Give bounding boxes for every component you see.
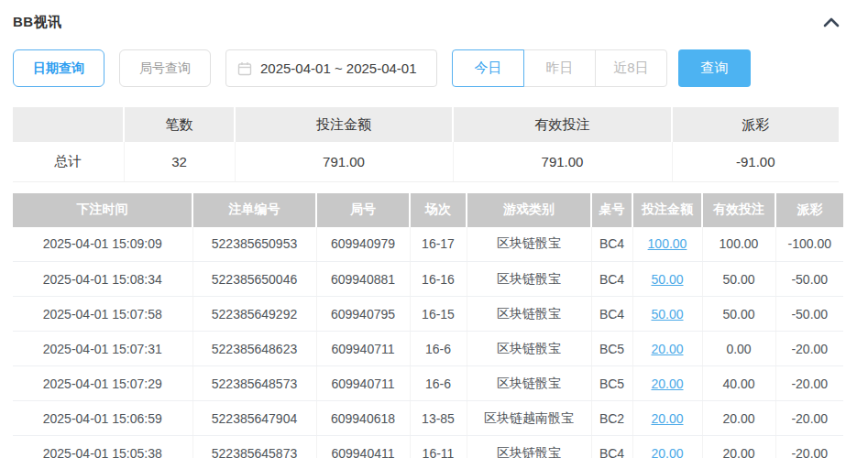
bet-amount-link[interactable]: 20.00 [651, 411, 683, 426]
chevron-up-icon [822, 16, 841, 28]
cell-payout: -20.00 [775, 401, 843, 436]
table-row: 2025-04-01 15:09:09522385650953609940979… [13, 227, 843, 262]
report-panel: BB视讯 日期查询 局号查询 2025-04-01 ~ 2025-04-01 今… [0, 0, 868, 458]
summary-header-count: 笔数 [124, 107, 235, 142]
cell-bet-number: 522385650953 [192, 227, 316, 262]
table-row: 2025-04-01 15:07:58522385649292609940795… [13, 297, 843, 332]
bet-amount-link[interactable]: 20.00 [651, 376, 683, 391]
cell-game-type: 区块链越南骰宝 [467, 401, 591, 436]
cell-session: 16-15 [410, 297, 467, 332]
summary-total-valid-bet: 791.00 [453, 142, 672, 181]
cell-table-number: BC4 [591, 262, 632, 297]
cell-valid-bet: 20.00 [702, 436, 775, 458]
summary-header-blank [13, 107, 124, 142]
cell-valid-bet: 50.00 [702, 297, 775, 332]
cell-round-number: 609940795 [316, 297, 410, 332]
summary-table: 笔数 投注金额 有效投注 派彩 总计 32 791.00 791.00 -91.… [13, 107, 839, 182]
cell-table-number: BC4 [591, 227, 632, 262]
calendar-icon [237, 61, 252, 76]
bet-amount-link[interactable]: 100.00 [648, 236, 687, 251]
cell-bet-time: 2025-04-01 15:06:59 [13, 401, 192, 436]
summary-total-row: 总计 32 791.00 791.00 -91.00 [13, 142, 839, 181]
quick-range-last8days[interactable]: 近8日 [595, 49, 667, 87]
cell-bet-number: 522385647904 [192, 401, 316, 436]
column-header-bet-amount: 投注金额 [632, 193, 702, 227]
table-row: 2025-04-01 15:06:59522385647904609940618… [13, 401, 843, 436]
cell-game-type: 区块链骰宝 [467, 332, 591, 366]
quick-range-group: 今日 昨日 近8日 [452, 49, 667, 87]
column-header-bet-number: 注单编号 [192, 193, 316, 227]
cell-bet-number: 522385645873 [192, 436, 316, 458]
cell-table-number: BC5 [591, 366, 632, 401]
cell-payout: -100.00 [775, 227, 843, 262]
cell-round-number: 609940881 [316, 262, 410, 297]
cell-bet-time: 2025-04-01 15:09:09 [13, 227, 192, 262]
cell-session: 13-85 [410, 401, 467, 436]
page-title: BB视讯 [13, 14, 62, 31]
cell-table-number: BC5 [591, 332, 632, 366]
cell-round-number: 609940711 [316, 366, 410, 401]
cell-payout: -20.00 [775, 332, 843, 366]
cell-valid-bet: 40.00 [702, 366, 775, 401]
summary-total-label: 总计 [13, 142, 124, 181]
cell-payout: -20.00 [775, 436, 843, 458]
column-header-game-type: 游戏类别 [467, 193, 591, 227]
cell-table-number: BC4 [591, 436, 632, 458]
cell-table-number: BC2 [591, 401, 632, 436]
summary-total-count: 32 [124, 142, 235, 181]
cell-game-type: 区块链骰宝 [467, 262, 591, 297]
cell-payout: -50.00 [775, 297, 843, 332]
cell-bet-time: 2025-04-01 15:07:29 [13, 366, 192, 401]
cell-bet-number: 522385649292 [192, 297, 316, 332]
column-header-session: 场次 [410, 193, 467, 227]
summary-header-valid-bet: 有效投注 [453, 107, 672, 142]
bet-amount-link[interactable]: 20.00 [651, 342, 683, 356]
bet-amount-link[interactable]: 50.00 [651, 307, 683, 322]
cell-valid-bet: 50.00 [702, 262, 775, 297]
round-query-tab[interactable]: 局号查询 [119, 49, 211, 87]
cell-round-number: 609940711 [316, 332, 410, 366]
cell-session: 16-6 [410, 332, 467, 366]
bet-amount-link[interactable]: 50.00 [651, 272, 683, 287]
collapse-panel-button[interactable] [819, 12, 843, 32]
cell-bet-amount: 20.00 [632, 366, 702, 401]
quick-range-yesterday[interactable]: 昨日 [523, 49, 596, 87]
date-query-tab[interactable]: 日期查询 [13, 49, 104, 87]
bet-amount-link[interactable]: 20.00 [651, 446, 683, 458]
cell-valid-bet: 20.00 [702, 401, 775, 436]
cell-game-type: 区块链骰宝 [467, 297, 591, 332]
cell-payout: -50.00 [775, 262, 843, 297]
cell-round-number: 609940411 [316, 436, 410, 458]
summary-total-payout: -91.00 [672, 142, 839, 181]
summary-total-bet-amount: 791.00 [235, 142, 453, 181]
cell-valid-bet: 100.00 [702, 227, 775, 262]
column-header-table-number: 桌号 [591, 193, 632, 227]
column-header-bet-time: 下注时间 [13, 193, 192, 227]
filter-bar: 日期查询 局号查询 2025-04-01 ~ 2025-04-01 今日 昨日 … [13, 49, 855, 87]
table-row: 2025-04-01 15:08:34522385650046609940881… [13, 262, 843, 297]
table-row: 2025-04-01 15:07:29522385648573609940711… [13, 366, 843, 401]
column-header-round-number: 局号 [316, 193, 410, 227]
records-table: 下注时间注单编号局号场次游戏类别桌号投注金额有效投注派彩 2025-04-01 … [13, 193, 843, 458]
cell-round-number: 609940618 [316, 401, 410, 436]
cell-table-number: BC4 [591, 297, 632, 332]
cell-bet-number: 522385648573 [192, 366, 316, 401]
cell-game-type: 区块链骰宝 [467, 227, 591, 262]
cell-bet-amount: 100.00 [632, 227, 702, 262]
cell-bet-amount: 20.00 [632, 436, 702, 458]
summary-header-bet-amount: 投注金额 [235, 107, 453, 142]
table-row: 2025-04-01 15:05:38522385645873609940411… [13, 436, 843, 458]
quick-range-today[interactable]: 今日 [452, 49, 524, 87]
cell-bet-time: 2025-04-01 15:07:31 [13, 332, 192, 366]
date-range-picker[interactable]: 2025-04-01 ~ 2025-04-01 [225, 49, 437, 87]
cell-round-number: 609940979 [316, 227, 410, 262]
date-range-value: 2025-04-01 ~ 2025-04-01 [260, 60, 417, 76]
records-header-row: 下注时间注单编号局号场次游戏类别桌号投注金额有效投注派彩 [13, 193, 843, 227]
cell-payout: -20.00 [775, 366, 843, 401]
cell-bet-time: 2025-04-01 15:07:58 [13, 297, 192, 332]
cell-bet-number: 522385650046 [192, 262, 316, 297]
table-row: 2025-04-01 15:07:31522385648623609940711… [13, 332, 843, 366]
cell-session: 16-16 [410, 262, 467, 297]
cell-session: 16-17 [410, 227, 467, 262]
search-button[interactable]: 查询 [678, 49, 751, 87]
